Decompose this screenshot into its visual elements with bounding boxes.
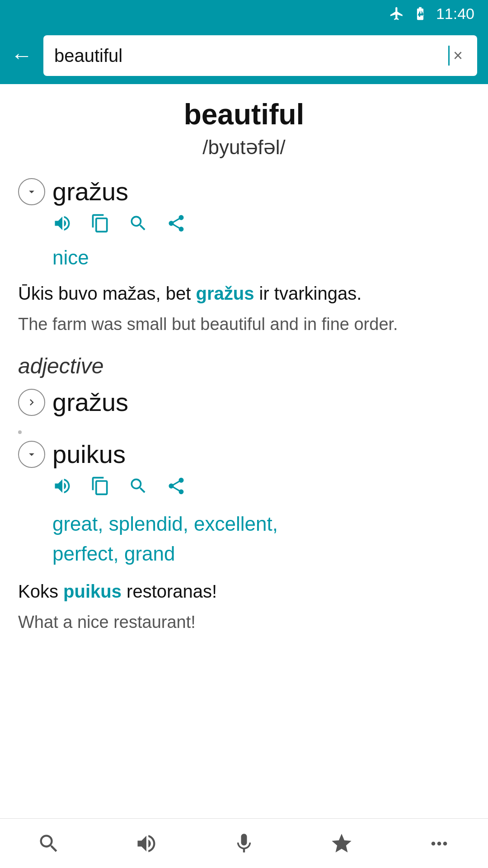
- nav-more-icon: [427, 832, 451, 855]
- synonyms-1: nice: [52, 246, 470, 269]
- airplane-icon: [389, 6, 404, 21]
- share-icon-1[interactable]: [166, 213, 186, 237]
- share-icon: [166, 213, 186, 233]
- divider-dot: [18, 430, 22, 434]
- volume-icon-puikus[interactable]: [52, 476, 72, 500]
- translation-word-puikus: puikus: [52, 439, 126, 469]
- translation-header-1: gražus: [18, 177, 470, 206]
- bottom-nav: [0, 818, 488, 868]
- copy-icon-1[interactable]: [90, 213, 110, 237]
- collapse-btn-2[interactable]: [18, 389, 45, 416]
- search-input[interactable]: beautiful: [54, 46, 447, 66]
- nav-search-icon: [37, 832, 61, 855]
- back-button[interactable]: ←: [11, 45, 33, 66]
- highlight-puikus: puikus: [63, 581, 122, 601]
- status-time: 11:40: [436, 5, 474, 23]
- share-icon-puikus[interactable]: [166, 476, 186, 500]
- nav-volume-icon: [135, 832, 158, 855]
- nav-mic-icon: [232, 832, 256, 855]
- word-title: beautiful: [18, 98, 470, 131]
- example-lt-1: Ūkis buvo mažas, bet gražus ir tvarkinga…: [18, 280, 470, 307]
- nav-search[interactable]: [37, 832, 61, 855]
- translation-entry-grazus-1: gražus: [18, 177, 470, 337]
- collapse-btn-1[interactable]: [18, 178, 45, 205]
- nav-mic[interactable]: [232, 832, 256, 855]
- chevron-right-icon: [25, 396, 38, 409]
- chevron-down-icon-2: [25, 448, 38, 461]
- nav-volume[interactable]: [135, 832, 158, 855]
- translation-header-puikus: puikus: [18, 439, 470, 469]
- copy-icon-2: [90, 476, 110, 496]
- status-bar: 11:40: [0, 0, 488, 27]
- search-icon-puikus[interactable]: [128, 476, 148, 500]
- collapse-btn-puikus[interactable]: [18, 441, 45, 468]
- translation-word-1: gražus: [52, 177, 128, 206]
- battery-icon: [413, 6, 428, 21]
- main-content: beautiful /byutəfəl/ gražus: [0, 84, 488, 662]
- search-input-container: beautiful ×: [43, 35, 477, 76]
- search-icon: [128, 213, 148, 233]
- translation-entry-puikus: puikus: [18, 439, 470, 635]
- speaker-icon: [52, 213, 72, 233]
- entry-divider: [18, 430, 470, 434]
- nav-star-icon: [330, 832, 353, 855]
- nav-favorites[interactable]: [330, 832, 353, 855]
- translation-word-2: gražus: [52, 387, 128, 417]
- action-icons-1: [52, 213, 470, 237]
- chevron-down-icon: [25, 185, 38, 198]
- copy-icon: [90, 213, 110, 233]
- search-icon-2: [128, 476, 148, 496]
- status-icons: 11:40: [389, 5, 474, 23]
- example-lt-puikus: Koks puikus restoranas!: [18, 578, 470, 605]
- highlight-1: gražus: [196, 283, 254, 303]
- translation-entry-grazus-2: gražus: [18, 387, 470, 417]
- volume-icon-1[interactable]: [52, 213, 72, 237]
- example-en-1: The farm was small but beautiful and in …: [18, 311, 470, 337]
- pos-label: adjective: [18, 354, 470, 378]
- share-icon-2: [166, 476, 186, 496]
- clear-button[interactable]: ×: [450, 42, 466, 69]
- nav-more[interactable]: [427, 832, 451, 855]
- synonyms-puikus: great, splendid, excellent,perfect, gran…: [52, 509, 470, 569]
- speaker-icon-2: [52, 476, 72, 496]
- copy-icon-puikus[interactable]: [90, 476, 110, 500]
- word-phonetic: /byutəfəl/: [18, 136, 470, 159]
- example-en-puikus: What a nice restaurant!: [18, 609, 470, 635]
- translation-header-2: gražus: [18, 387, 470, 417]
- action-icons-puikus: [52, 476, 470, 500]
- search-icon-1[interactable]: [128, 213, 148, 237]
- search-bar: ← beautiful ×: [0, 27, 488, 84]
